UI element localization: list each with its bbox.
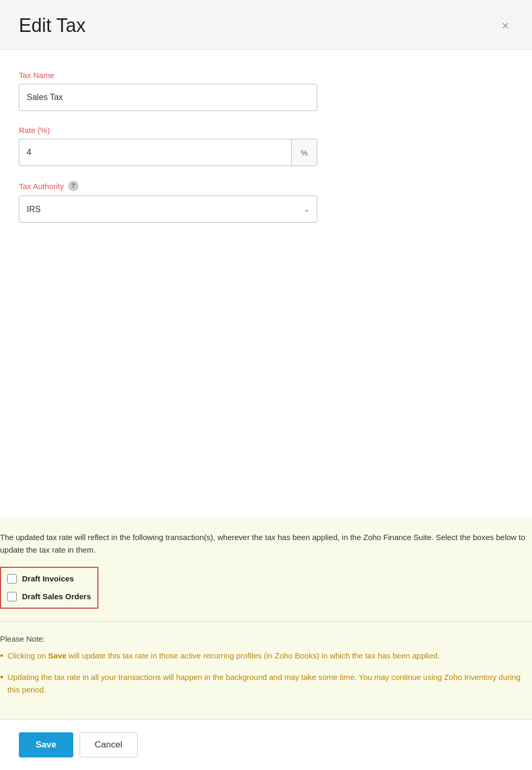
tax-name-input[interactable] <box>19 84 317 111</box>
modal-header: Edit Tax × <box>0 0 532 50</box>
rate-wrapper: % <box>19 139 317 166</box>
draft-sales-orders-row: Draft Sales Orders <box>7 588 91 606</box>
save-button[interactable]: Save <box>19 732 73 757</box>
note-1-bold: Save <box>48 651 66 660</box>
rate-group: Rate (%) % <box>19 126 513 166</box>
tax-authority-select-wrapper: IRS State Local ⌄ <box>19 195 317 223</box>
note-item-1: Clicking on Save will update this tax ra… <box>0 650 532 663</box>
modal-footer: Save Cancel <box>0 719 532 770</box>
cancel-button[interactable]: Cancel <box>80 732 138 757</box>
note-2-text: Updating the tax rate in all your transa… <box>7 671 532 696</box>
draft-invoices-row: Draft Invoices <box>7 570 91 588</box>
checkboxes-bordered-container: Draft Invoices Draft Sales Orders <box>0 567 98 609</box>
info-box: The updated tax rate will reflect in the… <box>0 516 532 719</box>
draft-sales-orders-label[interactable]: Draft Sales Orders <box>22 592 91 601</box>
tax-authority-select[interactable]: IRS State Local <box>19 195 317 223</box>
please-note-title: Please Note: <box>0 634 532 643</box>
draft-invoices-label[interactable]: Draft Invoices <box>22 574 74 583</box>
rate-suffix: % <box>291 139 317 166</box>
tax-authority-label: Tax Authority <box>19 182 64 191</box>
modal-title: Edit Tax <box>19 15 85 37</box>
edit-tax-modal: Edit Tax × Tax Name Rate (%) % Tax Autho… <box>0 0 532 770</box>
rate-input[interactable] <box>19 139 291 166</box>
modal-body: Tax Name Rate (%) % Tax Authority ? IRS … <box>0 50 532 516</box>
note-item-2: Updating the tax rate in all your transa… <box>0 671 532 696</box>
rate-label: Rate (%) <box>19 126 513 135</box>
help-icon[interactable]: ? <box>68 181 79 191</box>
notes-list: Clicking on Save will update this tax ra… <box>0 650 532 696</box>
draft-sales-orders-checkbox[interactable] <box>7 592 17 601</box>
tax-name-label: Tax Name <box>19 71 513 80</box>
tax-authority-group: Tax Authority ? IRS State Local ⌄ <box>19 181 513 223</box>
tax-authority-label-row: Tax Authority ? <box>19 181 513 191</box>
close-button[interactable]: × <box>497 17 513 34</box>
info-description: The updated tax rate will reflect in the… <box>0 531 532 556</box>
divider <box>0 621 532 622</box>
tax-name-group: Tax Name <box>19 71 513 111</box>
note-1-text: Clicking on Save will update this tax ra… <box>7 650 439 662</box>
draft-invoices-checkbox[interactable] <box>7 574 17 584</box>
